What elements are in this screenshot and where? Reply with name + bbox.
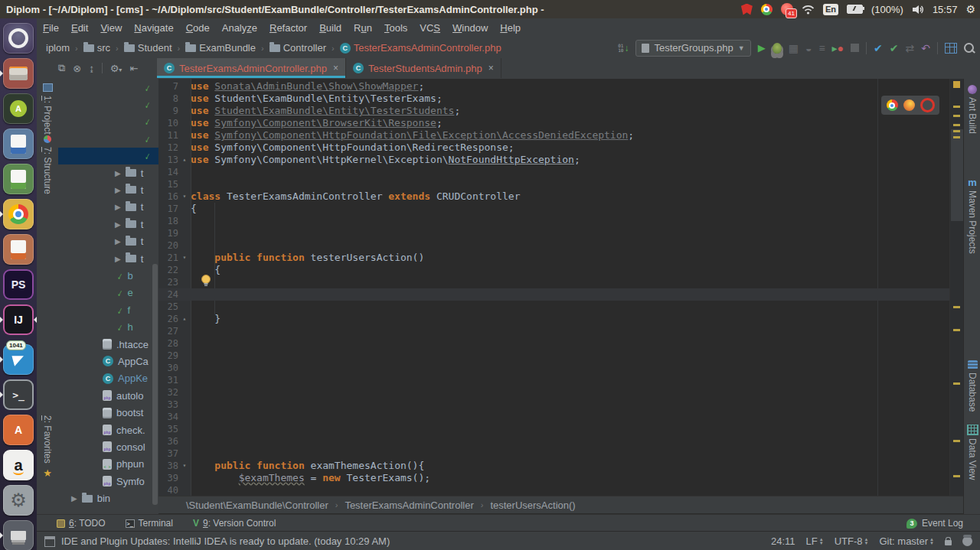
code-line[interactable]: 18 — [158, 215, 949, 227]
expand-arrow-icon[interactable]: ▶ — [71, 494, 77, 503]
status-message[interactable]: IDE and Plugin Updates: IntelliJ IDEA is… — [61, 535, 390, 547]
line-number[interactable]: 33 — [158, 399, 178, 411]
code-line[interactable]: 19 — [158, 227, 949, 239]
tree-row[interactable]: autolo — [58, 387, 158, 404]
messenger-tray-icon[interactable]: 41 — [781, 3, 793, 15]
breadcrumb-item[interactable]: CTesterExamsAdminController.php — [340, 42, 501, 54]
line-number[interactable]: 17 — [158, 203, 178, 215]
line-number[interactable]: 14 — [158, 166, 178, 178]
expand-arrow-icon[interactable]: ▶ — [115, 186, 121, 194]
chrome-icon[interactable] — [887, 99, 898, 111]
line-number[interactable]: 9 — [158, 105, 178, 117]
update-project-button[interactable]: ✔ — [874, 43, 883, 54]
run-targets-button[interactable]: ≡ — [818, 43, 825, 54]
breadcrumb-item[interactable]: src — [83, 42, 110, 54]
warning-stripe-mark[interactable] — [953, 130, 960, 132]
code-line[interactable]: 20 — [158, 239, 949, 252]
tree-row[interactable]: ▶bin — [58, 490, 158, 507]
line-number[interactable]: 28 — [158, 337, 178, 350]
keyboard-layout-indicator[interactable]: En — [823, 4, 838, 15]
tree-row[interactable]: ↓ — [58, 96, 158, 112]
tree-row[interactable]: check. — [58, 421, 158, 438]
menu-tools[interactable]: Tools — [378, 22, 413, 34]
debug-button[interactable] — [773, 43, 782, 54]
line-number[interactable]: 39 — [158, 472, 178, 484]
expand-arrow-icon[interactable]: ▶ — [115, 220, 121, 229]
line-number[interactable]: 16 — [158, 190, 178, 203]
editor-tab[interactable]: CTesterStudentsAdmin.php× — [346, 58, 501, 78]
menu-refactor[interactable]: Refactor — [263, 22, 313, 34]
close-icon[interactable]: × — [333, 63, 338, 73]
profiler-button[interactable]: ◒ — [805, 43, 812, 54]
launcher-software-center[interactable]: A — [3, 415, 34, 445]
breadcrumb-item[interactable]: Student — [124, 42, 172, 54]
code-line[interactable]: 26▴ } — [158, 313, 949, 325]
tree-row[interactable]: ↓e — [58, 285, 158, 301]
chrome-tray-icon[interactable] — [761, 4, 773, 15]
code-line[interactable]: 14 — [158, 166, 949, 178]
expand-arrow-icon[interactable]: ▶ — [115, 237, 121, 246]
line-number[interactable]: 7 — [158, 80, 178, 93]
menu-analyze[interactable]: Analyze — [216, 22, 263, 34]
tree-row[interactable]: ↓ — [58, 130, 158, 147]
code-line[interactable]: 17{ — [158, 203, 949, 215]
line-number[interactable]: 18 — [158, 215, 178, 227]
tree-row[interactable]: .htacce — [58, 336, 158, 353]
select-opened-file-icon[interactable]: ⧉ — [58, 62, 65, 74]
toolwindow-switcher-icon[interactable] — [44, 536, 55, 547]
code-line[interactable]: 34 — [158, 411, 949, 423]
warning-stripe-mark[interactable] — [953, 115, 960, 117]
menu-navigate[interactable]: Navigate — [128, 22, 179, 34]
tree-row[interactable]: ▶t — [58, 164, 158, 181]
intention-bulb-icon[interactable] — [201, 275, 211, 288]
breadcrumb-item[interactable]: Controller — [270, 42, 326, 54]
breadcrumb-item[interactable]: \Student\ExamBundle\Controller — [186, 500, 328, 511]
editor-tab[interactable]: CTesterExamsAdminController.php× — [157, 58, 346, 78]
menu-edit[interactable]: Edit — [65, 22, 94, 34]
expand-arrow-icon[interactable]: ▶ — [115, 169, 121, 177]
fold-marker-icon[interactable]: ▴ — [178, 154, 191, 166]
code-line[interactable]: 28 — [158, 337, 949, 350]
launcher-amazon[interactable]: a — [3, 450, 34, 480]
opera-icon[interactable] — [920, 98, 935, 112]
code-line[interactable]: 10use Symfony\Component\BrowserKit\Respo… — [158, 117, 949, 129]
code-line[interactable]: 7use Sonata\AdminBundle\Show\ShowMapper; — [158, 80, 949, 93]
git-branch-widget[interactable]: Git: master▲▼ — [879, 535, 934, 547]
line-number[interactable]: 22 — [158, 264, 178, 276]
stop-button[interactable] — [851, 44, 859, 52]
code-line[interactable]: 15 — [158, 178, 949, 190]
tree-row[interactable]: ↓b — [58, 267, 158, 284]
menu-file[interactable]: File — [37, 22, 65, 34]
warning-stripe-mark[interactable] — [953, 382, 960, 385]
code-line[interactable]: 30 — [158, 362, 949, 374]
fold-marker-icon[interactable]: ▾ — [178, 460, 191, 472]
code-line[interactable]: 37 — [158, 447, 949, 460]
toolstrip-database[interactable]: Database — [964, 360, 980, 412]
table-settings-button[interactable] — [945, 43, 957, 54]
launcher-intellij-idea[interactable]: IJ — [3, 304, 34, 335]
toolstrip-maven[interactable]: mMaven Projects — [964, 178, 980, 254]
menu-vcs[interactable]: VCS — [413, 22, 446, 34]
warning-stripe-mark[interactable] — [953, 124, 960, 126]
code-line[interactable]: 35 — [158, 423, 949, 435]
launcher-files[interactable] — [3, 58, 34, 89]
expand-arrow-icon[interactable]: ▶ — [115, 255, 121, 263]
launcher-libreoffice-calc[interactable] — [3, 164, 34, 194]
menu-view[interactable]: View — [94, 22, 128, 34]
code-line[interactable]: 39 $examThemes = new TesterExams(); — [158, 472, 949, 484]
toolstrip-project[interactable]: 1: Project — [37, 83, 58, 135]
code-line[interactable]: 16▾class TesterExamsAdminController exte… — [158, 190, 949, 203]
breadcrumb-item[interactable]: testerUsersAction() — [490, 500, 575, 511]
tree-row[interactable]: bootst — [58, 405, 158, 421]
code-line[interactable]: 25 — [158, 301, 949, 313]
wifi-icon[interactable] — [802, 5, 815, 15]
line-number[interactable]: 40 — [158, 484, 178, 496]
commit-changes-button[interactable]: ✔ — [890, 43, 899, 54]
toolstrip-ant[interactable]: Ant Build — [964, 85, 980, 134]
red-app-tray-icon[interactable] — [741, 4, 753, 15]
collapse-all-icon[interactable]: ⊗ — [73, 63, 81, 74]
line-number[interactable]: 32 — [158, 386, 178, 399]
line-number[interactable]: 37 — [158, 447, 178, 460]
launcher-system-settings[interactable]: ⚙ — [3, 485, 34, 516]
line-number[interactable]: 31 — [158, 374, 178, 386]
